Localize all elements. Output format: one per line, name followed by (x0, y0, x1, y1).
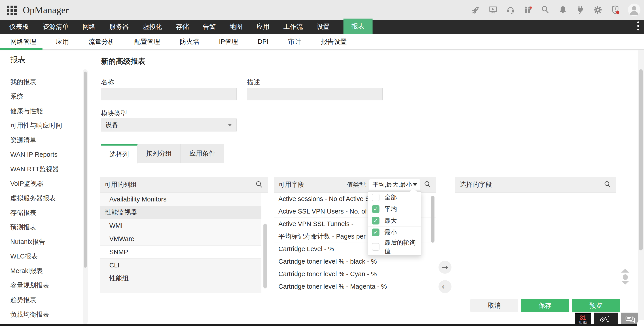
sidebar-item[interactable]: 可用性与响应时间 (0, 118, 80, 133)
sidebar-item[interactable]: 预测报表 (0, 220, 80, 234)
app-grid-icon[interactable] (7, 6, 18, 15)
nav-item[interactable]: 虚拟化 (143, 22, 162, 31)
nav-item[interactable]: 网络 (82, 22, 96, 31)
whats-new-gift-icon[interactable] (523, 5, 533, 14)
name-input[interactable] (101, 88, 236, 100)
sidebar-item[interactable]: WAN RTT监视器 (0, 162, 80, 176)
field-row[interactable]: Cartridge toner level % - Magenta - % (274, 280, 436, 293)
page-title: 新的高级报表 (101, 56, 145, 66)
nav-item[interactable]: 设置 (317, 22, 330, 31)
group-row[interactable] (100, 285, 262, 293)
user-avatar[interactable] (628, 4, 640, 16)
subnav-item[interactable]: 审计 (288, 37, 301, 46)
training-icon[interactable] (488, 5, 498, 14)
value-type-option[interactable]: ✓ 最大 (368, 215, 421, 227)
nav-item[interactable]: 应用 (256, 22, 270, 31)
subnav-item[interactable]: 应用 (56, 37, 69, 46)
group-row[interactable]: WMI (100, 219, 262, 232)
sidebar-item[interactable]: 负载均衡报表 (0, 307, 80, 322)
group-row[interactable]: 性能监视器 (100, 206, 262, 219)
rocket-icon[interactable] (471, 5, 480, 14)
sidebar-item[interactable]: 虚拟服务器报表 (0, 191, 80, 206)
nav-item[interactable]: 告警 (203, 22, 216, 31)
checkbox-icon[interactable]: ✓ (372, 205, 380, 213)
notifications-bell-icon[interactable] (558, 5, 568, 14)
group-row[interactable]: CLI (100, 259, 262, 272)
sidebar-item[interactable]: VoIP监视器 (0, 176, 80, 191)
sidebar-item[interactable]: 健康与性能 (0, 104, 80, 118)
checkbox-icon[interactable]: ✓ (372, 243, 380, 251)
subnav-item[interactable]: 报告设置 (321, 37, 347, 46)
license-shield-alert-icon[interactable] (610, 5, 620, 14)
search-icon[interactable] (604, 181, 612, 188)
groups-scrollbar-thumb[interactable] (264, 224, 267, 288)
cancel-button[interactable]: 取消 (470, 299, 518, 312)
move-left-button[interactable]: ← (438, 280, 452, 293)
sidebar-item[interactable]: 资源清单 (0, 133, 80, 147)
checkbox-icon[interactable]: ✓ (372, 194, 380, 201)
checkbox-icon[interactable]: ✓ (372, 217, 380, 224)
field-row[interactable]: Cartridge toner level % - Cyan - % (274, 268, 436, 280)
support-headset-icon[interactable] (506, 5, 515, 14)
select-caret-box[interactable] (223, 119, 236, 131)
move-up-icon[interactable] (621, 269, 629, 272)
field-row[interactable]: Cartridge toner level % - black - % (274, 255, 436, 268)
main-scrollbar-thumb[interactable] (639, 69, 643, 250)
drag-dot-icon[interactable] (623, 274, 628, 280)
tab-select-columns[interactable]: 选择列 (100, 144, 138, 164)
group-row[interactable]: VMWare (100, 232, 262, 246)
nav-item[interactable]: 报表 (344, 18, 372, 34)
group-row[interactable]: SNMP (100, 246, 262, 259)
group-row[interactable]: Availability Monitors (100, 193, 262, 206)
search-icon[interactable] (424, 181, 432, 188)
checkbox-icon[interactable]: ✓ (372, 228, 380, 236)
sidebar-item[interactable]: WAN IP Reports (0, 147, 80, 162)
value-type-option[interactable]: ✓ 最后的轮询值 (368, 238, 421, 255)
sidebar-item[interactable]: 趋势报表 (0, 293, 80, 307)
save-button[interactable]: 保存 (521, 299, 569, 312)
chat-widget[interactable] (621, 312, 640, 326)
subnav-active-underline (0, 48, 42, 50)
group-row[interactable]: 性能组 (100, 272, 262, 285)
nav-item[interactable]: 仪表板 (10, 22, 29, 31)
sidebar-item[interactable]: 系统 (0, 89, 80, 104)
tab-apply-criteria[interactable]: 应用条件 (181, 144, 224, 163)
subnav-item[interactable]: 防火墙 (180, 37, 199, 46)
subnav-item[interactable]: DPI (258, 38, 268, 46)
value-type-option[interactable]: ✓ 平均 (368, 203, 421, 215)
sidebar-item[interactable]: 存储报表 (0, 206, 80, 220)
nav-item[interactable]: 资源清单 (43, 22, 69, 31)
search-icon[interactable] (256, 181, 263, 188)
preview-button[interactable]: 预览 (572, 299, 620, 312)
bottom-edge-bar (0, 324, 644, 326)
nav-item[interactable]: 地图 (230, 22, 242, 31)
tabs-divider (90, 163, 639, 163)
subnav-item[interactable]: 网络管理 (10, 37, 36, 46)
description-input[interactable] (247, 88, 382, 100)
search-icon[interactable] (541, 5, 550, 14)
subnav-item[interactable]: 流量分析 (88, 37, 114, 46)
nav-item[interactable]: 工作流 (283, 22, 303, 31)
value-type-option[interactable]: ✓ 最小 (368, 227, 421, 238)
sidebar-item[interactable]: 容量规划报表 (0, 278, 80, 293)
integrations-plug-icon[interactable] (576, 5, 585, 14)
alarm-status-widget[interactable]: 31 告警 (575, 312, 591, 326)
app-logo: OpManager (23, 4, 69, 16)
subnav-item[interactable]: 配置管理 (134, 37, 160, 46)
tab-group-by-columns[interactable]: 按列分组 (138, 144, 181, 163)
sidebar-item[interactable]: Nutanix报告 (0, 234, 80, 249)
settings-gear-icon[interactable] (593, 5, 602, 14)
sidebar-scrollbar-thumb[interactable] (84, 72, 87, 268)
move-right-button[interactable]: → (438, 261, 452, 274)
nav-item[interactable]: 存储 (176, 22, 189, 31)
sidebar-item[interactable]: Meraki报表 (0, 264, 80, 278)
nav-item[interactable]: 服务器 (109, 22, 129, 31)
subnav-item[interactable]: IP管理 (219, 37, 238, 46)
zia-assistant-widget[interactable] (594, 312, 618, 326)
module-type-select[interactable]: 设备 (101, 118, 236, 132)
move-down-icon[interactable] (621, 281, 629, 285)
nav-overflow-menu-icon[interactable] (637, 22, 639, 30)
fields-scrollbar-thumb[interactable] (431, 196, 434, 242)
sidebar-item[interactable]: WLC报表 (0, 249, 80, 264)
sidebar-item[interactable]: 我的报表 (0, 75, 80, 89)
